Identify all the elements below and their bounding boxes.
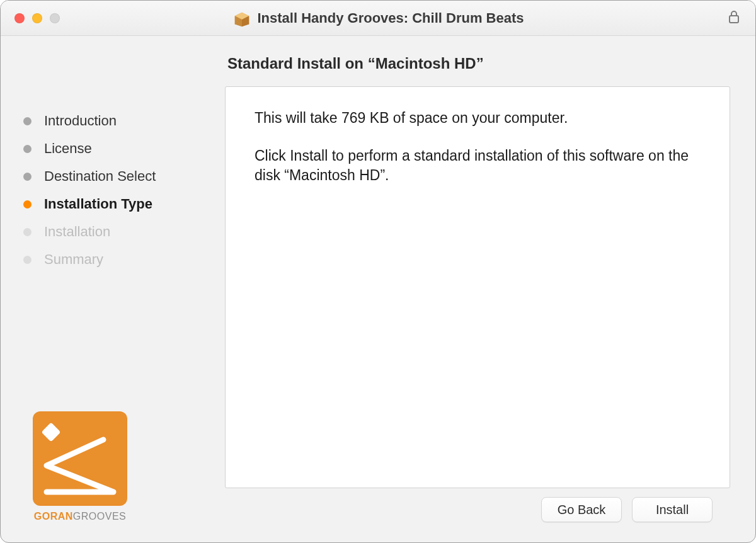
main-heading: Standard Install on “Macintosh HD”: [227, 55, 730, 72]
instruction-text: Click Install to perform a standard inst…: [255, 146, 701, 186]
installer-window: Install Handy Grooves: Chill Drum Beats …: [0, 0, 756, 543]
svg-marker-1: [234, 12, 249, 19]
step-dot-icon: [23, 256, 32, 264]
svg-rect-4: [730, 16, 738, 23]
step-installation: Installation: [23, 224, 219, 240]
sidebar: Introduction License Destination Select …: [1, 36, 225, 542]
brand-word-1: GORAN: [34, 511, 73, 522]
step-label: Installation Type: [44, 196, 152, 212]
step-summary: Summary: [23, 251, 219, 268]
window-body: Introduction License Destination Select …: [1, 36, 755, 542]
brand-logo: GORANGROOVES: [30, 411, 130, 522]
window-controls: [1, 13, 60, 23]
step-destination-select: Destination Select: [23, 168, 219, 185]
step-label: Introduction: [44, 113, 117, 129]
footer-buttons: Go Back Install: [225, 488, 730, 542]
content-box: This will take 769 KB of space on your c…: [225, 86, 730, 488]
space-requirement-text: This will take 769 KB of space on your c…: [255, 108, 701, 129]
step-dot-icon: [23, 117, 32, 125]
step-introduction: Introduction: [23, 113, 219, 129]
svg-marker-2: [234, 16, 241, 26]
step-license: License: [23, 140, 219, 157]
close-window-button[interactable]: [14, 13, 25, 23]
step-dot-icon: [23, 228, 32, 236]
go-back-button[interactable]: Go Back: [541, 497, 622, 522]
drumstick-icon: [33, 411, 127, 506]
step-label: Installation: [44, 224, 110, 240]
svg-marker-0: [234, 12, 249, 24]
brand-text: GORANGROOVES: [30, 511, 130, 522]
step-label: License: [44, 140, 92, 157]
titlebar: Install Handy Grooves: Chill Drum Beats: [1, 1, 755, 36]
lock-icon[interactable]: [728, 9, 740, 27]
install-steps: Introduction License Destination Select …: [23, 113, 219, 268]
brand-word-2: GROOVES: [73, 511, 126, 522]
step-dot-icon: [23, 200, 32, 209]
step-installation-type: Installation Type: [23, 196, 219, 212]
minimize-window-button[interactable]: [32, 13, 42, 23]
package-icon: [232, 9, 251, 28]
install-button[interactable]: Install: [632, 497, 713, 522]
title-center: Install Handy Grooves: Chill Drum Beats: [1, 9, 755, 28]
step-label: Summary: [44, 251, 103, 268]
step-dot-icon: [23, 173, 32, 181]
zoom-window-button[interactable]: [50, 13, 60, 23]
step-dot-icon: [23, 145, 32, 153]
svg-marker-3: [242, 16, 249, 26]
window-title: Install Handy Grooves: Chill Drum Beats: [258, 10, 524, 26]
main-panel: Standard Install on “Macintosh HD” This …: [225, 36, 755, 542]
step-label: Destination Select: [44, 168, 156, 185]
